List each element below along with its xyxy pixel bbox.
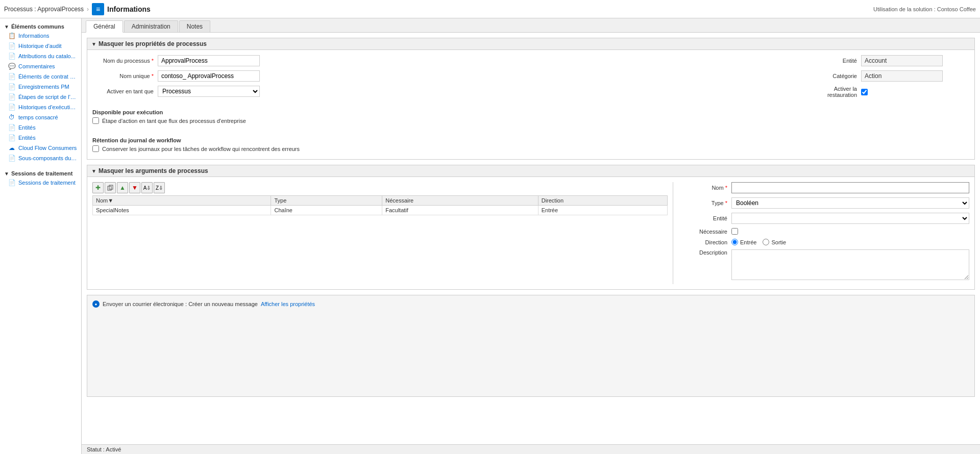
sessions-collapse-arrow: ▼ bbox=[4, 171, 9, 176]
temps-consacre-icon: ⏱ bbox=[8, 114, 15, 121]
sidebar-item-entites-1[interactable]: 📄 Entités bbox=[0, 122, 81, 133]
tabs-bar: Général Administration Notes bbox=[82, 18, 980, 33]
direction-radio-group: Entrée Sortie bbox=[731, 239, 786, 245]
historique-audit-icon: 📄 bbox=[8, 42, 15, 49]
cell-type: Chaîne bbox=[271, 206, 382, 215]
nom-processus-label: Nom du processus bbox=[92, 58, 154, 64]
section-arguments-title: Masquer les arguments de processus bbox=[99, 167, 208, 174]
args-entite-label: Entité bbox=[681, 215, 727, 221]
sidebar-item-entites-2[interactable]: 📄 Entités bbox=[0, 133, 81, 143]
nom-processus-input[interactable] bbox=[158, 55, 260, 66]
args-nom-input[interactable] bbox=[731, 182, 969, 193]
args-necessaire-row: Nécessaire bbox=[681, 228, 969, 235]
sidebar-item-enregistrements-pm[interactable]: 📄 Enregistrements PM bbox=[0, 82, 81, 92]
main-layout: ▼ Éléments communs 📋 Informations 📄 Hist… bbox=[0, 18, 980, 454]
section-arguments-body: ✚ ▲ ▼ A⇩ Z⇩ bbox=[87, 177, 974, 289]
args-sort-desc-button[interactable]: Z⇩ bbox=[154, 182, 165, 193]
sous-composants-icon: 📄 bbox=[8, 155, 15, 162]
disponible-execution-section: Disponible pour exécution Étape d'action… bbox=[92, 105, 786, 126]
sidebar-item-cloud-flow[interactable]: ☁ Cloud Flow Consumers bbox=[0, 143, 81, 153]
col-direction[interactable]: Direction bbox=[538, 196, 667, 206]
collapse-arrow: ▼ bbox=[4, 24, 9, 30]
conserver-journaux-label: Conserver les journaux pour les tâches d… bbox=[102, 146, 300, 152]
sidebar-item-historiques-execution[interactable]: 📄 Historiques d'exécutio... bbox=[0, 102, 81, 112]
retention-section: Rétention du journal de workflow Conserv… bbox=[92, 133, 786, 154]
direction-sortie-label: Sortie bbox=[763, 239, 786, 245]
section-proprietes-header[interactable]: ▼ Masquer les propriétés de processus bbox=[87, 38, 974, 50]
args-entite-select[interactable] bbox=[731, 213, 969, 224]
section-arguments: ▼ Masquer les arguments de processus ✚ bbox=[87, 165, 975, 290]
etape-action-row: Étape d'action en tant que flux des proc… bbox=[92, 117, 786, 124]
table-row[interactable]: SpecialNotes Chaîne Facultatif Entrée bbox=[93, 206, 668, 215]
sidebar-item-attributions[interactable]: 📄 Attributions du catalo... bbox=[0, 51, 81, 61]
workflow-step-1: ● Envoyer un courrier électronique : Cré… bbox=[92, 300, 969, 308]
proprietes-collapse-icon: ▼ bbox=[91, 41, 96, 47]
sidebar-item-sous-composants[interactable]: 📄 Sous-composants du ... bbox=[0, 153, 81, 163]
proprietes-right-col: Entité Account Catégorie Action Activer … bbox=[806, 55, 969, 154]
sidebar-item-historique-audit[interactable]: 📄 Historique d'audit bbox=[0, 41, 81, 51]
afficher-proprietes-link[interactable]: Afficher les propriétés bbox=[261, 301, 315, 307]
commentaires-icon: 💬 bbox=[8, 63, 15, 70]
entite-label: Entité bbox=[806, 58, 857, 64]
direction-sortie-radio[interactable] bbox=[763, 239, 769, 245]
page-title: Informations bbox=[107, 5, 151, 13]
cell-necessaire: Facultatif bbox=[382, 206, 538, 215]
sidebar-section-elements-communs[interactable]: ▼ Éléments communs bbox=[0, 20, 81, 31]
args-description-label: Description bbox=[681, 249, 727, 256]
conserver-journaux-checkbox[interactable] bbox=[92, 145, 99, 152]
proprietes-two-col: Nom du processus Nom unique Activer en t… bbox=[92, 55, 969, 154]
direction-entree-radio[interactable] bbox=[731, 239, 738, 245]
tab-administration[interactable]: Administration bbox=[124, 20, 178, 32]
args-copy-button[interactable] bbox=[105, 182, 116, 193]
proprietes-form-grid: Nom du processus Nom unique Activer en t… bbox=[92, 55, 786, 154]
section-arguments-header[interactable]: ▼ Masquer les arguments de processus bbox=[87, 165, 974, 177]
args-necessaire-checkbox[interactable] bbox=[731, 228, 738, 235]
sidebar-item-etapes-script[interactable]: 📄 Étapes de script de l'a... bbox=[0, 92, 81, 102]
direction-entree-label: Entrée bbox=[731, 239, 756, 245]
disponible-execution-title: Disponible pour exécution bbox=[92, 109, 786, 115]
entite-value: Account bbox=[861, 55, 943, 66]
arguments-collapse-icon: ▼ bbox=[91, 168, 96, 174]
args-sort-asc-button[interactable]: A⇩ bbox=[141, 182, 153, 193]
sidebar-item-commentaires[interactable]: 💬 Commentaires bbox=[0, 61, 81, 71]
workflow-step-icon: ● bbox=[92, 300, 100, 308]
section-proprietes-title: Masquer les propriétés de processus bbox=[99, 40, 207, 47]
args-down-button[interactable]: ▼ bbox=[129, 182, 140, 193]
sidebar-item-elements-contrat[interactable]: 📄 Éléments de contrat S... bbox=[0, 71, 81, 82]
attributions-icon: 📄 bbox=[8, 53, 15, 60]
historiques-execution-icon: 📄 bbox=[8, 104, 15, 111]
form-content: ▼ Masquer les propriétés de processus No… bbox=[82, 33, 980, 444]
col-necessaire[interactable]: Nécessaire bbox=[382, 196, 538, 206]
status-bar: Statut : Activé bbox=[82, 444, 980, 454]
etape-action-checkbox[interactable] bbox=[92, 117, 99, 124]
activer-tant-que-select[interactable]: Processus bbox=[158, 86, 260, 97]
status-label: Statut : Activé bbox=[87, 446, 121, 452]
etapes-script-icon: 📄 bbox=[8, 93, 15, 100]
args-type-select[interactable]: Booléen Chaîne Entier bbox=[731, 197, 969, 209]
args-up-button[interactable]: ▲ bbox=[117, 182, 128, 193]
activer-tant-que-label: Activer en tant que bbox=[92, 88, 154, 94]
entites-2-icon: 📄 bbox=[8, 134, 15, 141]
args-nom-label: Nom bbox=[681, 185, 727, 191]
args-description-textarea[interactable] bbox=[731, 249, 969, 280]
args-left-panel: ✚ ▲ ▼ A⇩ Z⇩ bbox=[92, 182, 673, 284]
sidebar-section-sessions[interactable]: ▼ Sessions de traitement bbox=[0, 167, 81, 178]
sidebar-item-temps-consacre[interactable]: ⏱ temps consacré bbox=[0, 112, 81, 122]
section-proprietes: ▼ Masquer les propriétés de processus No… bbox=[87, 38, 975, 160]
sidebar-item-sessions-traitement[interactable]: 📄 Sessions de traitement bbox=[0, 178, 81, 188]
nom-unique-label: Nom unique bbox=[92, 73, 154, 79]
activer-restauration-checkbox[interactable] bbox=[861, 89, 868, 95]
col-type[interactable]: Type bbox=[271, 196, 382, 206]
nom-unique-input[interactable] bbox=[158, 70, 260, 82]
args-add-button[interactable]: ✚ bbox=[92, 182, 104, 193]
tab-general[interactable]: Général bbox=[86, 20, 123, 33]
etape-action-label: Étape d'action en tant que flux des proc… bbox=[102, 118, 246, 124]
tab-notes[interactable]: Notes bbox=[179, 20, 210, 32]
col-nom[interactable]: Nom▼ bbox=[93, 196, 271, 206]
categorie-row: Catégorie Action bbox=[806, 70, 969, 82]
proprietes-left-col: Nom du processus Nom unique Activer en t… bbox=[92, 55, 786, 154]
args-toolbar: ✚ ▲ ▼ A⇩ Z⇩ bbox=[92, 182, 668, 193]
args-entite-row: Entité bbox=[681, 213, 969, 224]
sidebar-item-informations[interactable]: 📋 Informations bbox=[0, 31, 81, 41]
args-type-row: Type Booléen Chaîne Entier bbox=[681, 197, 969, 209]
